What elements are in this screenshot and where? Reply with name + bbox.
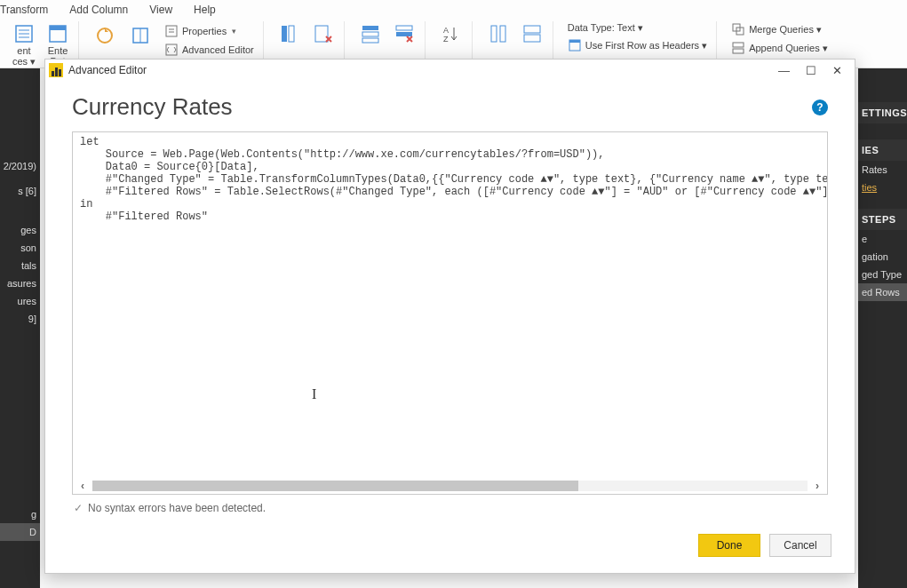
table-header-icon [568,38,582,52]
lp-item-4[interactable]: asures [0,274,40,292]
choose-columns-button[interactable] [274,21,305,47]
queries-panel: 2/2019) s [6] ges son tals asures ures 9… [0,68,40,588]
manage-button[interactable] [125,23,155,58]
svg-rect-23 [524,35,540,42]
dialog-window-title: Advanced Editor [68,64,147,76]
group-by-button[interactable] [517,21,547,47]
svg-rect-21 [500,26,505,42]
split-column-icon [488,23,509,44]
scroll-track[interactable] [92,481,808,491]
lp-item-6[interactable]: 9] [0,310,40,328]
sort-icon: AZ [441,23,462,44]
rp-steps-head: STEPS [858,209,907,230]
lp-count: s [6] [0,182,40,200]
lp-item-2[interactable]: son [0,239,40,257]
menu-view[interactable]: View [149,4,172,16]
code-editor[interactable]: let Source = Web.Page(Web.Contents("http… [73,132,827,478]
svg-rect-22 [524,26,540,33]
properties-label: Properties [182,26,227,36]
remove-rows-button[interactable] [389,21,419,47]
svg-rect-9 [166,44,177,55]
done-button[interactable]: Done [698,534,760,557]
properties-icon [164,24,179,38]
properties-button[interactable]: Properties ▾ [161,23,258,39]
svg-rect-14 [362,32,378,36]
scroll-thumb[interactable] [92,481,578,491]
lp-date: 2/2019) [0,157,40,175]
dialog-title: Currency Rates [72,93,233,121]
first-row-headers-button[interactable]: Use First Row as Headers ▾ [564,37,711,53]
maximize-button[interactable]: ☐ [806,64,816,77]
rp-step-4[interactable]: ed Rows [858,283,907,301]
rp-step-1[interactable]: e [858,230,907,248]
query-settings-panel: ETTINGS IES Rates ties STEPS e gation ge… [858,68,907,588]
rp-all-properties-link[interactable]: ties [858,179,907,196]
horizontal-scrollbar[interactable]: ‹ › [73,478,827,494]
help-icon[interactable]: ? [812,99,828,115]
power-bi-icon [49,63,63,77]
svg-rect-13 [362,26,378,30]
transform-stack: Data Type: Text ▾ Use First Row as Heade… [564,21,711,53]
dialog-titlebar: Advanced Editor — ☐ ✕ [45,60,855,81]
text-cursor-icon: I [312,386,316,402]
scroll-right-icon[interactable]: › [811,480,823,492]
lp-item-5[interactable]: ures [0,292,40,310]
data-type-button[interactable]: Data Type: Text ▾ [564,21,711,35]
choose-columns-icon [279,23,300,44]
refresh-button[interactable] [90,23,120,58]
rp-step-3[interactable]: ged Type [858,266,907,283]
lp-item-8[interactable]: D [0,523,40,541]
lp-item-1[interactable]: ges [0,221,40,239]
svg-rect-28 [733,43,744,47]
rp-properties-head: IES [858,139,907,161]
minimize-button[interactable]: — [778,64,790,77]
rp-step-2[interactable]: gation [858,248,907,266]
lp-item-7[interactable]: g [0,505,40,523]
menu-add-column[interactable]: Add Column [69,4,128,16]
syntax-status: ✓ No syntax errors have been detected. [72,495,828,514]
keep-rows-button[interactable] [355,21,386,47]
menu-transform[interactable]: Transform [0,4,48,16]
merge-icon [731,22,745,36]
advanced-editor-button[interactable]: Advanced Editor [161,42,258,58]
svg-rect-12 [315,26,328,42]
group-by-icon [521,23,543,44]
cancel-button[interactable]: Cancel [769,534,831,557]
merge-queries-label: Merge Queries ▾ [749,24,822,36]
menu-help[interactable]: Help [194,4,216,16]
data-type-label: Data Type: Text ▾ [568,22,643,34]
menubar: Transform Add Column View Help [0,0,907,20]
advanced-editor-dialog: Advanced Editor — ☐ ✕ Currency Rates ? l… [44,59,855,574]
append-queries-button[interactable]: Append Queries ▾ [728,40,831,56]
window-controls: — ☐ ✕ [778,64,849,77]
sort-button[interactable]: AZ [436,21,466,47]
merge-queries-button[interactable]: Merge Queries ▾ [728,21,831,37]
recent-sources-button[interactable]: ent ces ▾ [9,21,39,68]
first-row-headers-label: Use First Row as Headers ▾ [585,40,707,52]
keep-rows-icon [360,23,381,44]
syntax-message: No syntax errors have been detected. [88,502,266,514]
svg-rect-15 [362,38,378,43]
manage-icon [130,25,151,46]
dropdown-caret-icon: ▾ [232,27,236,36]
remove-rows-icon [394,23,415,44]
advanced-editor-label: Advanced Editor [182,44,254,55]
split-column-button[interactable] [483,21,513,47]
close-button[interactable]: ✕ [832,64,842,77]
append-icon [731,41,745,55]
dialog-footer: Done Cancel [45,521,855,573]
rp-name-value: Rates [858,161,907,179]
svg-text:A: A [443,26,449,35]
advanced-editor-icon [164,43,179,57]
svg-rect-2 [50,26,66,30]
rp-settings-head: ETTINGS [858,102,907,123]
scroll-left-icon[interactable]: ‹ [76,480,89,492]
recent-sources-label: ent ces ▾ [12,45,36,67]
lp-item-3[interactable]: tals [0,257,40,274]
remove-columns-button[interactable] [308,21,338,47]
recent-sources-icon [13,23,35,44]
svg-rect-6 [166,26,177,36]
ribbon-query-stack: Properties ▾ Advanced Editor [161,23,258,58]
svg-rect-11 [289,26,294,42]
svg-rect-29 [733,49,744,53]
